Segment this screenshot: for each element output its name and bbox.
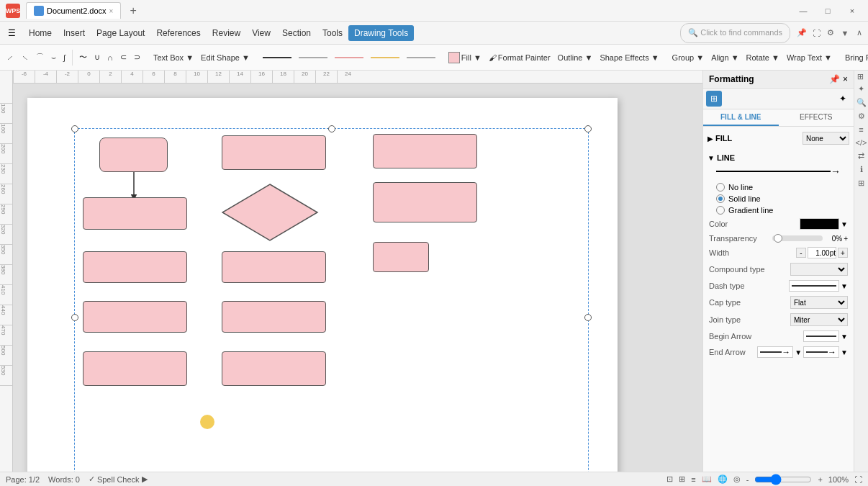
transparency-slider[interactable] (772, 235, 823, 241)
transparency-thumb[interactable] (774, 234, 782, 243)
line-style-1[interactable] (260, 48, 294, 68)
collapse-icon[interactable]: ∧ (854, 27, 865, 39)
menu-home[interactable]: Home (23, 25, 58, 41)
menu-view[interactable]: View (246, 25, 276, 41)
width-plus-btn[interactable]: + (838, 248, 848, 258)
shape-rect6[interactable] (373, 182, 477, 222)
panel-close-icon[interactable]: × (843, 74, 848, 84)
pin-icon[interactable]: 📌 (796, 27, 808, 39)
color-control[interactable]: ▼ (800, 218, 848, 230)
format-painter-btn[interactable]: 🖌 Format Painter (486, 48, 553, 68)
new-tab-btn[interactable]: + (127, 4, 139, 17)
width-minus-btn[interactable]: - (796, 248, 806, 258)
view-page-icon[interactable]: ⊞ (679, 474, 685, 484)
solid-line-option[interactable]: Solid line (716, 193, 851, 204)
search-commands-btn[interactable]: 🔍 Click to find commands (680, 23, 790, 43)
color-swatch[interactable] (800, 218, 839, 230)
transparency-increment-icon[interactable]: + (844, 235, 848, 243)
line-section-header[interactable]: ▼ LINE (706, 151, 851, 164)
bring-forward-btn[interactable]: Bring Forward ▼ (842, 48, 868, 68)
line-style-2[interactable] (296, 48, 330, 68)
shape-rect5[interactable] (373, 134, 477, 168)
maximize-btn[interactable]: □ (818, 4, 838, 17)
side-icon-code[interactable]: </> (856, 138, 867, 147)
view-outline-icon[interactable]: ≡ (691, 475, 695, 484)
view-focus-icon[interactable]: ◎ (733, 474, 741, 484)
tab-fill-line[interactable]: FILL & LINE (703, 109, 779, 126)
shape-diamond[interactable] (222, 183, 319, 242)
menu-tools[interactable]: Tools (317, 25, 348, 41)
edit-shape-btn[interactable]: Edit Shape ▼ (198, 48, 253, 68)
end-arrow-preview-1[interactable]: → (757, 346, 793, 358)
outline-btn[interactable]: Outline ▼ (555, 48, 596, 68)
side-icon-info[interactable]: ℹ (860, 165, 863, 174)
end-arrow-dropdown-icon-1[interactable]: ▼ (795, 348, 802, 356)
more-icon[interactable]: ▼ (839, 27, 851, 39)
begin-arrow-preview[interactable] (803, 330, 839, 342)
line-style-3[interactable] (332, 48, 366, 68)
menu-review[interactable]: Review (207, 25, 246, 41)
tab-close-btn[interactable]: × (109, 7, 114, 15)
side-icon-search[interactable]: 🔍 (856, 98, 867, 107)
line-tool-2[interactable]: ⟍ (18, 48, 32, 68)
begin-arrow-dropdown-icon[interactable]: ▼ (841, 333, 848, 341)
menu-page-layout[interactable]: Page Layout (91, 25, 150, 41)
menu-insert[interactable]: Insert (58, 25, 91, 41)
text-box-btn[interactable]: Text Box ▼ (150, 48, 196, 68)
arc-tool-2[interactable]: ⌣ (48, 48, 59, 68)
zoom-slider[interactable] (754, 474, 812, 485)
shape-rect11[interactable] (222, 301, 326, 333)
gradient-line-radio[interactable] (716, 206, 725, 215)
line-style-5[interactable] (404, 48, 438, 68)
panel-effects-icon[interactable]: ✦ (835, 91, 851, 107)
gradient-line-option[interactable]: Gradient line (716, 204, 851, 216)
bezier-tool[interactable]: ∫ (60, 48, 68, 68)
handle-ml[interactable] (71, 314, 78, 321)
dash-dropdown-icon[interactable]: ▼ (841, 282, 848, 290)
panel-format-icon[interactable]: ⊞ (706, 91, 722, 107)
view-read-icon[interactable]: 📖 (702, 474, 712, 484)
align-btn[interactable]: Align ▼ (708, 48, 741, 68)
width-input[interactable] (808, 247, 836, 258)
menu-drawing-tools[interactable]: Drawing Tools (348, 25, 414, 41)
side-icon-grid[interactable]: ⊞ (858, 179, 864, 188)
curve-tool-1[interactable]: 〜 (76, 48, 90, 68)
menu-references[interactable]: References (150, 25, 206, 41)
no-line-radio[interactable] (716, 183, 725, 192)
line-style-4[interactable] (368, 48, 402, 68)
shape-rect8[interactable] (83, 251, 187, 283)
dash-type-preview[interactable] (789, 280, 839, 292)
curve-tool-2[interactable]: ∪ (91, 48, 103, 68)
shape-rect12[interactable] (83, 351, 187, 386)
side-icon-format[interactable]: ⊞ (856, 73, 866, 80)
zoom-out-btn[interactable]: - (746, 475, 749, 484)
panel-pin-icon[interactable]: 📌 (829, 74, 840, 84)
curve-tool-3[interactable]: ∩ (104, 48, 116, 68)
view-normal-icon[interactable]: ⊡ (666, 474, 673, 484)
no-line-option[interactable]: No line (716, 181, 851, 193)
rotate-btn[interactable]: Rotate ▼ (743, 48, 782, 68)
handle-mr[interactable] (584, 314, 592, 321)
spell-check-btn[interactable]: ✓ Spell Check ▶ (89, 474, 148, 484)
handle-tr[interactable] (584, 125, 592, 132)
expand-icon[interactable]: ⛶ (810, 27, 822, 39)
shape-rect13[interactable] (222, 351, 326, 386)
curve-tool-4[interactable]: ⊂ (117, 48, 130, 68)
close-btn[interactable]: × (842, 4, 862, 17)
handle-tl[interactable] (71, 125, 78, 132)
shape-rect10[interactable] (83, 301, 187, 333)
menu-hamburger-icon[interactable]: ☰ (3, 24, 20, 42)
shape-rect7[interactable] (373, 242, 429, 272)
solid-line-radio[interactable] (716, 194, 725, 203)
tab-effects[interactable]: EFFECTS (779, 109, 854, 126)
shape-effects-btn[interactable]: Shape Effects ▼ (597, 48, 661, 68)
document-tab[interactable]: Document2.docx × (26, 2, 121, 19)
side-icon-arrows[interactable]: ⇄ (858, 151, 864, 161)
compound-type-dropdown[interactable] (790, 263, 848, 276)
zoom-in-btn[interactable]: + (818, 475, 822, 484)
side-icon-align[interactable]: ≡ (859, 125, 863, 134)
fullscreen-btn[interactable]: ⛶ (854, 475, 862, 484)
view-web-icon[interactable]: 🌐 (718, 474, 728, 484)
join-type-dropdown[interactable]: Miter Round Bevel (790, 313, 848, 326)
fill-type-dropdown[interactable]: None Solid (803, 132, 849, 145)
